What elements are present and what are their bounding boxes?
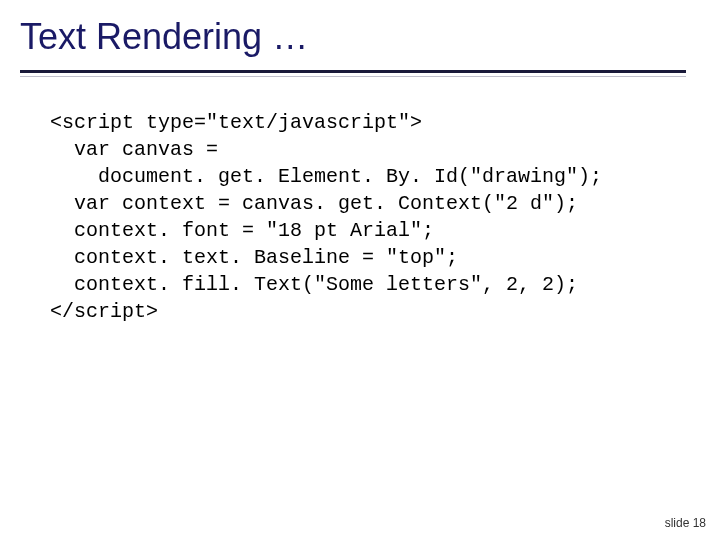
code-line: var context = canvas. get. Context("2 d"… bbox=[50, 192, 578, 215]
code-line: context. font = "18 pt Arial"; bbox=[50, 219, 434, 242]
code-line: context. fill. Text("Some letters", 2, 2… bbox=[50, 273, 578, 296]
code-line: </script> bbox=[50, 300, 158, 323]
slide: Text Rendering … <script type="text/java… bbox=[0, 0, 720, 540]
code-line: var canvas = bbox=[50, 138, 218, 161]
code-line: document. get. Element. By. Id("drawing"… bbox=[50, 165, 602, 188]
code-block: <script type="text/javascript"> var canv… bbox=[50, 109, 700, 325]
rule-thick bbox=[20, 70, 686, 73]
code-line: <script type="text/javascript"> bbox=[50, 111, 422, 134]
slide-number: slide 18 bbox=[665, 516, 706, 530]
rule-thin bbox=[20, 76, 686, 77]
code-line: context. text. Baseline = "top"; bbox=[50, 246, 458, 269]
slide-title: Text Rendering … bbox=[20, 16, 700, 58]
title-rule bbox=[20, 70, 700, 77]
